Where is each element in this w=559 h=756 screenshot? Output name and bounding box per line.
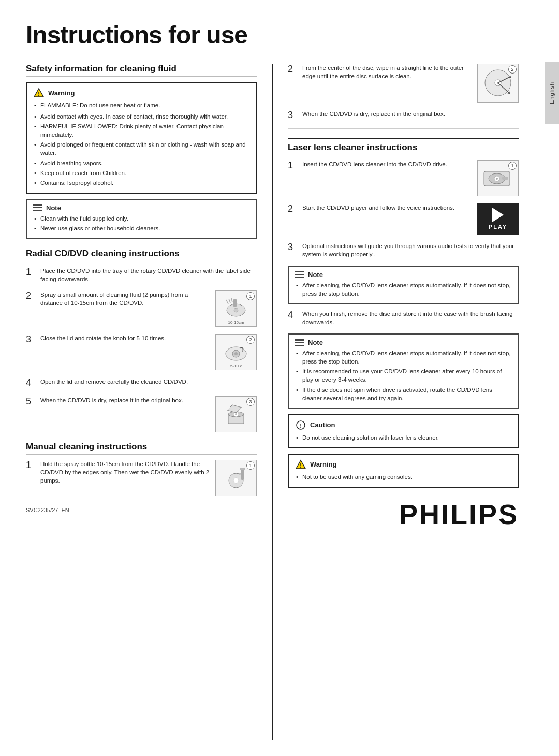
svg-point-10 [234, 352, 238, 355]
step-text: When you finish, remove the disc and sto… [302, 311, 513, 325]
svg-point-28 [496, 178, 498, 180]
note-header-laser1: Note [295, 271, 511, 279]
note-header-laser2: Note [295, 339, 511, 346]
step-num: 3 [26, 334, 35, 345]
step-image-lens-insert: 1 [477, 160, 519, 196]
step-image-spray2: 1 [215, 460, 257, 496]
product-code: SVC2235/27_EN [26, 507, 69, 513]
warning-label-safety: Warning [48, 89, 75, 97]
note-label-laser1: Note [308, 271, 323, 279]
step-num: 1 [288, 160, 297, 171]
list-item: Avoid breathing vapors. [33, 159, 249, 167]
list-item: It is recommended to use your CD/DVD len… [295, 367, 511, 384]
step-badge: 2 [246, 336, 255, 344]
laser-step-1: 1 Insert the CD/DVD lens cleaner into th… [288, 160, 519, 196]
note-icon [295, 271, 304, 278]
step-num: 5 [26, 396, 35, 408]
step-content: When the CD/DVD is dry, replace it in th… [40, 396, 210, 404]
radial-step-2: 2 Spray a small amount of cleaning fluid… [26, 290, 257, 327]
note-header-safety: Note [33, 204, 249, 212]
warning-icon-gaming: ! [295, 459, 306, 470]
step-text: Optional instructions will guide you thr… [302, 243, 514, 257]
product-code-area: SVC2235/27_EN [26, 506, 257, 514]
note-list-laser1: After cleaning, the CD/DVD lens cleaner … [295, 281, 511, 298]
step-num: 2 [288, 64, 297, 75]
side-tab: English [545, 62, 559, 124]
svg-rect-29 [502, 177, 508, 180]
list-item: After cleaning, the CD/DVD lens cleaner … [295, 349, 511, 366]
brand-logo: PHILIPS [288, 498, 519, 530]
step-content: Hold the spray bottle 10-15cm from the C… [40, 460, 210, 485]
svg-rect-3 [233, 299, 237, 307]
step-content: Optional instructions will guide you thr… [302, 242, 519, 258]
play-label: PLAY [489, 224, 507, 230]
svg-line-6 [231, 298, 232, 302]
section-radial-title: Radial CD/DVD cleaning instructions [26, 249, 257, 261]
divider [288, 128, 519, 129]
play-triangle-icon [492, 208, 504, 222]
step-badge: 1 [246, 461, 255, 470]
caution-box: ! Caution Do not use cleaning solution w… [288, 414, 519, 448]
side-tab-label: English [549, 82, 555, 104]
list-item: HARMFUL IF SWALLOWED: Drink plenty of wa… [33, 122, 249, 139]
step-text: Start the CD/DVD player and follow the v… [302, 205, 454, 211]
list-item: Not to be used with any gaming consoles. [295, 473, 511, 481]
note-list-safety: Clean with the fluid supplied only. Neve… [33, 214, 249, 232]
step-text: Insert the CD/DVD lens cleaner into the … [302, 161, 447, 167]
manual-step-3: 3 When the CD/DVD is dry, replace it in … [288, 110, 519, 121]
step-num: 3 [288, 242, 297, 253]
section-safety-title: Safety information for cleaning fluid [26, 64, 257, 77]
svg-point-14 [235, 413, 237, 415]
note-label-safety: Note [46, 204, 61, 212]
list-item: Avoid contact with eyes. In case of cont… [33, 112, 249, 121]
note-icon [33, 204, 42, 211]
caution-list: Do not use cleaning solution with laser … [295, 433, 511, 442]
warning-box-gaming: ! Warning Not to be used with any gaming… [288, 454, 519, 488]
step-text: Open the lid and remove carefully the cl… [40, 379, 188, 385]
img-label: 5-10 x [230, 364, 242, 368]
step-content: Place the CD/DVD into the tray of the ro… [40, 267, 257, 283]
radial-step-3: 3 Close the lid and rotate the knob for … [26, 334, 257, 370]
step-text: When the CD/DVD is dry, replace it in th… [40, 397, 183, 403]
svg-point-16 [233, 478, 239, 483]
manual-step-2: 2 From the center of the disc, wipe in a… [288, 64, 519, 103]
list-item: Keep out of reach from Children. [33, 169, 249, 177]
step-badge: 3 [246, 398, 255, 406]
step-text: Close the lid and rotate the knob for 5-… [40, 335, 166, 341]
step-badge: 1 [246, 292, 255, 300]
warning-list-gaming: Not to be used with any gaming consoles. [295, 473, 511, 481]
list-item: Do not use cleaning solution with laser … [295, 433, 511, 442]
left-column: Safety information for cleaning fluid ! … [26, 64, 257, 740]
two-col-layout: Safety information for cleaning fluid ! … [26, 64, 519, 740]
step-content: Open the lid and remove carefully the cl… [40, 377, 257, 386]
list-item: Contains: Isopropyl alcohol. [33, 179, 249, 187]
laser-step-4: 4 When you finish, remove the disc and s… [288, 310, 519, 326]
section-laser-title: Laser lens cleaner instructions [288, 138, 519, 155]
radial-step-4: 4 Open the lid and remove carefully the … [26, 377, 257, 389]
caution-label: Caution [310, 421, 335, 429]
svg-text:!: ! [38, 91, 39, 97]
step-content: From the center of the disc, wipe in a s… [302, 64, 472, 80]
step-num: 3 [288, 110, 297, 121]
step-text: Hold the spray bottle 10-15cm from the C… [40, 461, 209, 484]
svg-rect-18 [240, 468, 245, 470]
page: English Instructions for use Safety info… [0, 0, 559, 756]
list-item: Avoid prolonged or frequent contact with… [33, 140, 249, 157]
laser-step-3: 3 Optional instructions will guide you t… [288, 242, 519, 258]
section-manual-title: Manual cleaning instructions [26, 442, 257, 455]
radial-step-1: 1 Place the CD/DVD into the tray of the … [26, 267, 257, 283]
svg-line-5 [229, 299, 230, 303]
step-image-knob: 5-10 x 2 [215, 334, 257, 370]
step-badge: 2 [508, 65, 517, 74]
note-list-laser2: After cleaning, the CD/DVD lens cleaner … [295, 349, 511, 402]
note-label-laser2: Note [308, 339, 323, 346]
step-image-spray: 10-15cm 1 [215, 290, 257, 327]
step-text: From the center of the disc, wipe in a s… [302, 65, 464, 79]
caution-header: ! Caution [295, 419, 511, 431]
step-num: 2 [288, 203, 297, 215]
warning-icon: ! [33, 87, 45, 98]
step-content: Spray a small amount of cleaning fluid (… [40, 290, 210, 307]
note-icon [295, 339, 304, 346]
laser-step-2: 2 Start the CD/DVD player and follow the… [288, 203, 519, 235]
play-button-image: PLAY [477, 203, 519, 235]
